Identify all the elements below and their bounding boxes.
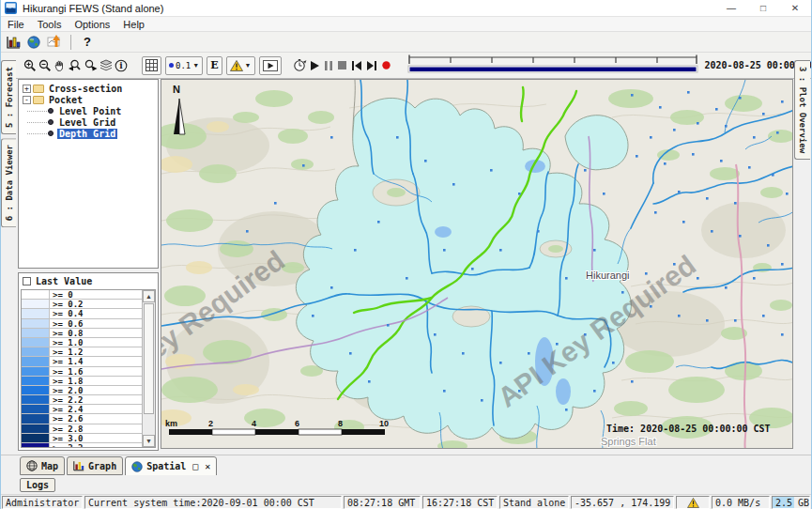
info-icon[interactable]: i bbox=[115, 57, 128, 74]
legend-row[interactable]: >= 0.6 bbox=[22, 319, 142, 329]
tree-label[interactable]: Cross-section bbox=[47, 84, 124, 94]
legend-row[interactable]: >= 1.6 bbox=[22, 367, 142, 377]
tree-label[interactable]: Depth Grid bbox=[57, 129, 117, 139]
tab-close-icon[interactable]: ✕ bbox=[205, 461, 210, 471]
svg-text:2: 2 bbox=[208, 419, 213, 428]
legend-row[interactable]: >= 0 bbox=[22, 290, 142, 300]
tree-expander-icon[interactable]: + bbox=[23, 85, 31, 93]
legend-row[interactable]: >= 3.2 bbox=[22, 443, 142, 447]
legend-row[interactable]: >= 2.4 bbox=[22, 405, 142, 414]
legend-row[interactable]: >= 0.2 bbox=[22, 300, 142, 309]
timeline-slider[interactable] bbox=[406, 54, 699, 77]
spatial-display-icon[interactable] bbox=[45, 34, 64, 51]
tab-maximize-icon[interactable]: □ bbox=[192, 461, 198, 471]
folder-icon bbox=[33, 85, 44, 93]
legend-scrollbar[interactable]: ▲ ▼ bbox=[142, 290, 155, 447]
svg-text:km: km bbox=[165, 419, 177, 428]
status-memory[interactable]: 2.5 GB bbox=[772, 496, 810, 509]
zoom-next-icon[interactable] bbox=[84, 57, 98, 74]
scroll-down-icon[interactable]: ▼ bbox=[143, 435, 155, 447]
skip-end-button[interactable] bbox=[367, 59, 376, 72]
legend-swatch bbox=[22, 405, 50, 413]
pause-button[interactable] bbox=[325, 59, 332, 72]
minimize-button[interactable]: — bbox=[715, 0, 747, 16]
legend-row[interactable]: >= 0.4 bbox=[22, 309, 142, 318]
threshold-value: 0.1 bbox=[176, 61, 191, 70]
tab-spatial[interactable]: Spatial □ ✕ bbox=[125, 456, 217, 476]
maximize-button[interactable]: □ bbox=[747, 0, 779, 16]
grid-display-button[interactable] bbox=[142, 56, 161, 75]
legend-row[interactable]: >= 1.8 bbox=[22, 377, 142, 386]
chevron-down-icon: ▼ bbox=[192, 62, 199, 69]
layers-icon[interactable] bbox=[100, 57, 113, 74]
legend-row[interactable]: >= 0.8 bbox=[22, 329, 142, 338]
tree-item-level-point[interactable]: Level Point bbox=[19, 105, 158, 116]
explorer-barchart-icon[interactable] bbox=[4, 34, 23, 51]
last-value-label: Last Value bbox=[36, 276, 92, 286]
legend-row[interactable]: >= 2.2 bbox=[22, 395, 142, 405]
zoom-previous-icon[interactable] bbox=[68, 57, 82, 74]
bullet-icon bbox=[48, 131, 54, 136]
legend-swatch bbox=[22, 443, 50, 447]
tree-item-cross-section[interactable]: +Cross-section bbox=[19, 83, 158, 94]
menu-help[interactable]: Help bbox=[116, 19, 151, 30]
tree-item-depth-grid[interactable]: Depth Grid bbox=[19, 128, 158, 139]
tab-forecast[interactable]: 5 : Forecast bbox=[1, 60, 16, 134]
tree-expander-icon[interactable]: - bbox=[23, 96, 31, 104]
tree-label[interactable]: Level Point bbox=[57, 106, 123, 116]
map-canvas[interactable]: API Key Required API Key Required N km 2… bbox=[161, 79, 793, 449]
menu-tools[interactable]: Tools bbox=[31, 19, 69, 30]
status-warning[interactable] bbox=[676, 496, 710, 509]
record-button[interactable] bbox=[382, 59, 391, 72]
tab-plot-overview[interactable]: 3 : Plot Overview bbox=[794, 60, 810, 160]
tree-label[interactable]: Pocket bbox=[47, 95, 84, 105]
svg-text:10: 10 bbox=[379, 419, 389, 428]
menu-file[interactable]: File bbox=[1, 19, 31, 30]
logs-button[interactable]: Logs bbox=[20, 478, 55, 492]
zoom-out-icon[interactable] bbox=[38, 57, 52, 74]
zoom-in-icon[interactable] bbox=[23, 57, 37, 74]
status-mode: Stand alone bbox=[499, 496, 569, 509]
tab-graph[interactable]: Graph bbox=[67, 456, 123, 475]
pan-hand-icon[interactable] bbox=[54, 57, 66, 74]
globe-icon[interactable] bbox=[24, 34, 43, 51]
contour-value-dropdown[interactable]: 0.1 ▼ bbox=[165, 56, 203, 75]
legend-row[interactable]: >= 1.2 bbox=[22, 347, 142, 357]
right-tab-strip: 3 : Plot Overview bbox=[792, 60, 811, 455]
chevron-down-icon: ▼ bbox=[245, 62, 252, 69]
tree-item-pocket[interactable]: -Pocket bbox=[19, 94, 158, 105]
legend-row[interactable]: >= 2.8 bbox=[22, 424, 142, 434]
legend-row[interactable]: >= 1.0 bbox=[22, 338, 142, 347]
tab-data-viewer[interactable]: 6 : Data Viewer bbox=[1, 138, 16, 227]
stop-button[interactable] bbox=[338, 59, 346, 72]
animation-panel-button[interactable] bbox=[259, 56, 282, 75]
warning-dropdown-button[interactable]: ▼ bbox=[226, 56, 255, 75]
legend-label: >= 0 bbox=[50, 290, 142, 299]
legend-label: >= 0.6 bbox=[50, 319, 142, 328]
legend-swatch bbox=[22, 434, 50, 442]
bullet-icon bbox=[48, 119, 54, 125]
legend-row[interactable]: >= 2.6 bbox=[22, 414, 142, 424]
tree-label[interactable]: Level Grid bbox=[57, 117, 117, 128]
last-value-checkbox[interactable] bbox=[23, 277, 31, 285]
menu-options[interactable]: Options bbox=[68, 19, 116, 30]
animation-clock-icon[interactable] bbox=[293, 57, 307, 74]
help-button[interactable]: ? bbox=[78, 34, 97, 51]
tab-map[interactable]: Map bbox=[20, 456, 65, 475]
legend-swatch bbox=[22, 329, 50, 337]
legend-row[interactable]: >= 2.0 bbox=[22, 386, 142, 395]
town-label: Hikurangi bbox=[586, 270, 629, 281]
scroll-up-icon[interactable]: ▲ bbox=[143, 290, 155, 302]
skip-start-button[interactable] bbox=[352, 59, 361, 72]
play-button[interactable] bbox=[311, 59, 319, 72]
scrollbar-thumb[interactable] bbox=[144, 303, 154, 414]
status-gmt-time: 08:27:18 GMT bbox=[344, 496, 421, 509]
tree-item-level-grid[interactable]: Level Grid bbox=[19, 116, 158, 128]
legend-swatch bbox=[22, 357, 50, 365]
legend-row[interactable]: >= 1.4 bbox=[22, 357, 142, 366]
profile-button[interactable]: E bbox=[207, 56, 222, 75]
close-button[interactable]: ✕ bbox=[779, 0, 811, 16]
layer-tree[interactable]: +Cross-section-PocketLevel PointLevel Gr… bbox=[18, 79, 159, 269]
legend-row[interactable]: >= 3.0 bbox=[22, 434, 142, 443]
globe-icon bbox=[131, 461, 143, 472]
